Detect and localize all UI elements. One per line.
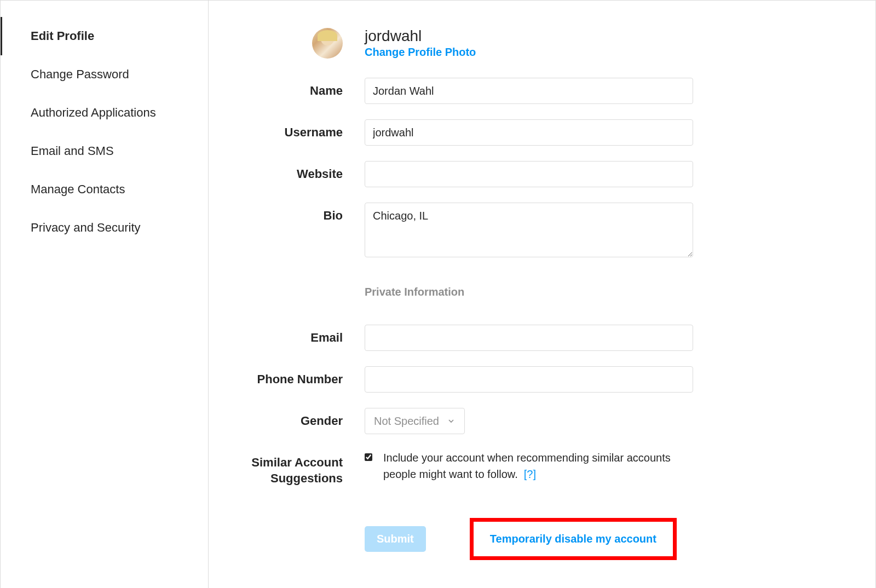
gender-select[interactable]: Not Specified bbox=[365, 408, 465, 434]
actions-row: Submit Temporarily disable my account bbox=[365, 518, 693, 560]
sidebar-item-change-password[interactable]: Change Password bbox=[1, 55, 208, 94]
email-input[interactable] bbox=[365, 325, 693, 351]
profile-header: jordwahl Change Profile Photo bbox=[230, 28, 843, 59]
phone-input[interactable] bbox=[365, 366, 693, 393]
sidebar-item-authorized-applications[interactable]: Authorized Applications bbox=[1, 94, 208, 132]
disable-account-highlight-box: Temporarily disable my account bbox=[470, 518, 677, 560]
email-label: Email bbox=[230, 325, 365, 346]
similar-suggestions-text: Include your account when recommending s… bbox=[383, 449, 693, 482]
sidebar-item-privacy-security[interactable]: Privacy and Security bbox=[1, 209, 208, 247]
sidebar-item-email-sms[interactable]: Email and SMS bbox=[1, 132, 208, 170]
username-input[interactable] bbox=[365, 119, 693, 146]
temporarily-disable-account-link[interactable]: Temporarily disable my account bbox=[490, 533, 656, 545]
bio-input[interactable]: Chicago, IL bbox=[365, 203, 693, 257]
private-information-header: Private Information bbox=[365, 286, 693, 298]
username-label: Username bbox=[230, 119, 365, 141]
gender-value: Not Specified bbox=[374, 415, 439, 428]
settings-sidebar: Edit Profile Change Password Authorized … bbox=[1, 1, 209, 588]
avatar[interactable] bbox=[312, 28, 343, 59]
chevron-down-icon bbox=[447, 417, 456, 425]
website-label: Website bbox=[230, 161, 365, 182]
settings-container: Edit Profile Change Password Authorized … bbox=[0, 0, 876, 588]
similar-suggestions-help-link[interactable]: [?] bbox=[524, 468, 536, 480]
avatar-info: jordwahl Change Profile Photo bbox=[365, 28, 843, 59]
name-input[interactable] bbox=[365, 78, 693, 104]
sidebar-item-manage-contacts[interactable]: Manage Contacts bbox=[1, 170, 208, 209]
edit-profile-form: jordwahl Change Profile Photo Name Usern… bbox=[209, 1, 875, 588]
submit-button[interactable]: Submit bbox=[365, 526, 426, 552]
phone-label: Phone Number bbox=[230, 366, 365, 388]
gender-label: Gender bbox=[230, 408, 365, 429]
username-display: jordwahl bbox=[365, 28, 843, 45]
name-label: Name bbox=[230, 78, 365, 99]
sidebar-item-edit-profile[interactable]: Edit Profile bbox=[1, 17, 208, 55]
similar-suggestions-checkbox[interactable] bbox=[365, 452, 372, 463]
similar-suggestions-label: Similar Account Suggestions bbox=[230, 449, 365, 486]
bio-label: Bio bbox=[230, 203, 365, 224]
change-profile-photo-link[interactable]: Change Profile Photo bbox=[365, 46, 476, 59]
website-input[interactable] bbox=[365, 161, 693, 187]
avatar-wrap bbox=[230, 28, 365, 59]
